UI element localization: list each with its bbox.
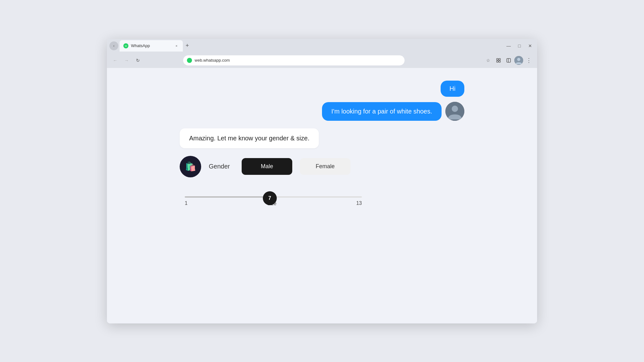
slider-min-label: 1 [185,200,188,206]
reload-button[interactable]: ↻ [133,56,142,65]
slider-container: 7 1 size 13 [185,184,362,206]
tab-favicon: W [123,43,128,48]
bubble-hi: Hi [441,81,464,97]
size-slider[interactable] [185,196,362,198]
browser-window: ‹ W WhatsApp × + — □ ✕ ← → ↻ web.whatsap… [107,39,537,323]
sidebar-button[interactable] [504,56,513,65]
user-avatar [445,102,464,121]
bubble-shoes: I'm looking for a pair of white shoes. [322,102,442,121]
tab-close-button[interactable]: × [174,43,179,48]
interactive-panel: 🛍️ Gender Male Female 7 [180,156,464,206]
bot-icon: 🛍️ [180,156,201,177]
url-text: web.whatsapp.com [195,58,401,63]
svg-rect-3 [497,58,498,60]
gender-label: Gender [209,163,234,170]
new-tab-button[interactable]: + [183,41,192,50]
svg-rect-4 [499,58,500,60]
address-bar-actions: ☆ ⋮ [484,56,533,65]
message-row-shoes: I'm looking for a pair of white shoes. [180,102,464,121]
page-content: Hi I'm looking for a pair of white shoes… [107,68,537,323]
svg-point-2 [188,59,191,62]
gender-female-button[interactable]: Female [300,158,350,175]
svg-rect-6 [499,61,500,62]
address-bar: ← → ↻ web.whatsapp.com ☆ ⋮ [107,53,537,68]
window-controls: — □ ✕ [504,41,535,50]
whatsapp-tab[interactable]: W WhatsApp × [120,40,183,52]
svg-text:W: W [125,45,127,47]
title-bar: ‹ W WhatsApp × + — □ ✕ [107,39,537,53]
forward-button[interactable]: → [122,56,131,65]
star-button[interactable]: ☆ [484,56,493,65]
url-bar[interactable]: web.whatsapp.com [183,55,405,65]
tab-title: WhatsApp [131,43,171,48]
gender-male-button[interactable]: Male [242,158,292,175]
svg-point-12 [452,106,458,112]
slider-size-text: size [267,201,276,206]
profile-avatar[interactable] [514,56,523,65]
minimize-button[interactable]: — [504,41,513,50]
url-favicon [187,58,192,63]
bot-icon-emoji: 🛍️ [185,161,196,172]
maximize-button[interactable]: □ [515,41,524,50]
svg-rect-7 [507,58,511,62]
message-row-hi: Hi [180,81,464,97]
back-button[interactable]: ← [111,56,120,65]
slider-max-label: 13 [356,200,362,206]
gender-row: 🛍️ Gender Male Female [180,156,464,177]
slider-area: 7 1 size 13 [180,184,464,206]
extensions-button[interactable] [494,56,503,65]
menu-button[interactable]: ⋮ [524,56,533,65]
svg-point-10 [517,58,520,61]
bubble-bot: Amazing. Let me know your gender & size. [180,128,319,148]
slider-labels: 1 size 13 [185,200,362,206]
tab-bar: ‹ W WhatsApp × + [109,40,503,52]
close-button[interactable]: ✕ [526,41,535,50]
chat-area: Hi I'm looking for a pair of white shoes… [180,81,464,206]
svg-rect-5 [497,61,498,62]
message-row-bot: Amazing. Let me know your gender & size. [180,128,464,148]
bot-response: Amazing. Let me know your gender & size.… [180,128,464,206]
tab-scroll-back[interactable]: ‹ [109,41,118,50]
user-avatar-image [445,102,464,121]
